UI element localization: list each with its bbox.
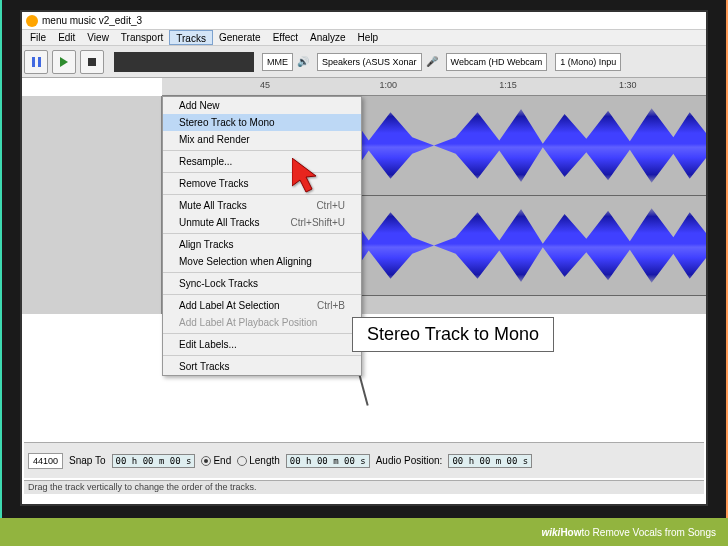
menu-item-align-tracks[interactable]: Align Tracks [163,236,361,253]
project-rate-combo[interactable]: 44100 [28,453,63,469]
menu-item-add-new[interactable]: Add New [163,97,361,114]
menu-view[interactable]: View [81,30,115,45]
audio-position-time: 00 h 00 m 00 s [448,454,532,468]
menu-item-mix-and-render[interactable]: Mix and Render [163,131,361,148]
menu-analyze[interactable]: Analyze [304,30,352,45]
host-combo[interactable]: MME [262,53,293,71]
window-title: menu music v2_edit_3 [42,15,142,26]
selection-end-time[interactable]: 00 h 00 m 00 s [286,454,370,468]
time-ruler[interactable]: 451:001:151:30 [162,78,706,96]
ruler-mark: 45 [260,80,270,90]
length-radio[interactable]: Length [237,455,280,466]
tracks-menu-dropdown[interactable]: Add NewStereo Track to MonoMix and Rende… [162,96,362,376]
callout-label: Stereo Track to Mono [352,317,554,352]
menu-generate[interactable]: Generate [213,30,267,45]
menu-item-add-label-at-playback-position: Add Label At Playback Position [163,314,361,331]
level-meter [114,52,254,72]
stop-button[interactable] [80,50,104,74]
menu-item-sync-lock-tracks[interactable]: Sync-Lock Tracks [163,275,361,292]
channels-combo[interactable]: 1 (Mono) Inpu [555,53,621,71]
ruler-mark: 1:30 [619,80,637,90]
toolbar: MME 🔊 Speakers (ASUS Xonar 🎤 Webcam (HD … [22,46,706,78]
output-combo[interactable]: Speakers (ASUS Xonar [317,53,422,71]
menu-item-mute-all-tracks[interactable]: Mute All TracksCtrl+U [163,197,361,214]
tracks-area: Add NewStereo Track to MonoMix and Rende… [22,96,706,314]
article-title: to Remove Vocals from Songs [581,527,716,538]
cursor-pointer-icon [292,158,328,202]
speaker-icon: 🔊 [297,56,309,67]
menu-help[interactable]: Help [352,30,385,45]
statusbar: Drag the track vertically to change the … [24,480,704,494]
app-window: menu music v2_edit_3 FileEditViewTranspo… [20,10,708,506]
audio-position-label: Audio Position: [376,455,443,466]
svg-marker-0 [292,158,316,192]
app-icon [26,15,38,27]
menu-item-edit-labels-[interactable]: Edit Labels... [163,336,361,353]
pause-button[interactable] [24,50,48,74]
mic-icon: 🎤 [426,56,438,67]
menu-effect[interactable]: Effect [267,30,304,45]
menu-item-move-selection-when-aligning[interactable]: Move Selection when Aligning [163,253,361,270]
ruler-mark: 1:15 [499,80,517,90]
play-button[interactable] [52,50,76,74]
end-radio[interactable]: End [201,455,231,466]
menu-item-add-label-at-selection[interactable]: Add Label At SelectionCtrl+B [163,297,361,314]
selection-toolbar: 44100 Snap To 00 h 00 m 00 s End Length … [24,442,704,478]
snap-label: Snap To [69,455,106,466]
selection-start-time[interactable]: 00 h 00 m 00 s [112,454,196,468]
wikihow-banner: wikiHow to Remove Vocals from Songs [0,518,728,546]
menubar[interactable]: FileEditViewTransportTracksGenerateEffec… [22,30,706,46]
menu-transport[interactable]: Transport [115,30,169,45]
menu-tracks[interactable]: Tracks [169,30,213,45]
brand-how: How [560,527,581,538]
titlebar: menu music v2_edit_3 [22,12,706,30]
brand-wiki: wiki [541,527,560,538]
track-header-panel[interactable] [22,96,162,314]
menu-item-unmute-all-tracks[interactable]: Unmute All TracksCtrl+Shift+U [163,214,361,231]
menu-item-stereo-track-to-mono[interactable]: Stereo Track to Mono [163,114,361,131]
input-combo[interactable]: Webcam (HD Webcam [446,53,548,71]
ruler-mark: 1:00 [380,80,398,90]
menu-item-remove-tracks[interactable]: Remove Tracks [163,175,361,192]
menu-item-resample-[interactable]: Resample... [163,153,361,170]
menu-item-sort-tracks[interactable]: Sort Tracks [163,358,361,375]
menu-file[interactable]: File [24,30,52,45]
menu-edit[interactable]: Edit [52,30,81,45]
